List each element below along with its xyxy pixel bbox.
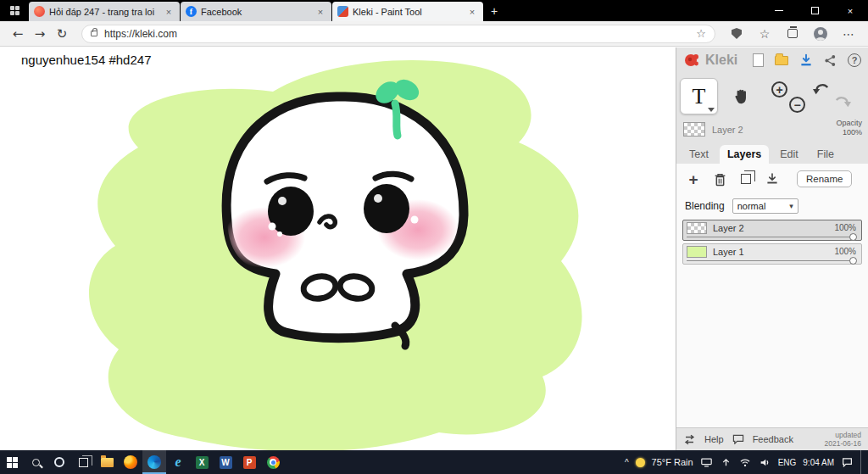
address-bar[interactable]: ☆ xyxy=(81,25,715,43)
hoidap247-favicon-icon xyxy=(34,6,45,17)
undo-button[interactable] xyxy=(812,80,831,97)
back-button[interactable]: ← xyxy=(7,24,29,44)
start-button[interactable] xyxy=(0,450,24,474)
browser-tab-kleki[interactable]: Kleki - Paint Tool × xyxy=(332,2,483,21)
close-window-button[interactable]: × xyxy=(832,0,868,21)
help-icon[interactable]: ? xyxy=(848,53,861,67)
security-shield-icon[interactable] xyxy=(729,26,744,42)
file-explorer-button[interactable] xyxy=(95,450,119,474)
browser-tab-hoidap247[interactable]: Hỏi đáp 247 - trang tra loi × xyxy=(29,2,180,21)
merge-down-icon xyxy=(765,172,779,187)
layer2-thumbnail xyxy=(687,222,707,234)
layer1-thumbnail xyxy=(687,246,707,258)
url-input[interactable] xyxy=(104,28,696,40)
firefox-button[interactable] xyxy=(119,450,142,474)
profile-avatar[interactable] xyxy=(813,26,828,42)
more-menu-icon[interactable]: ⋯ xyxy=(841,26,856,42)
word-button[interactable]: W xyxy=(214,450,237,474)
onedrive-tray-icon[interactable] xyxy=(720,456,732,469)
layer-opacity-slider[interactable] xyxy=(687,237,853,237)
paint-canvas[interactable]: nguyenhue154 #hd247 xyxy=(0,47,676,450)
slider-knob[interactable] xyxy=(849,257,857,265)
browser-tab-facebook[interactable]: f Facebook × xyxy=(181,2,331,21)
action-center-icon[interactable] xyxy=(841,456,854,469)
sidebar-footer: Help Feedback updated 2021-06-16 xyxy=(676,427,868,450)
open-file-icon[interactable] xyxy=(775,56,788,65)
tab-close-icon[interactable]: × xyxy=(163,7,175,17)
feedback-link[interactable]: Feedback xyxy=(753,434,793,444)
new-tab-button[interactable]: + xyxy=(483,0,505,21)
layer-row-layer2[interactable]: Layer 2 100% xyxy=(682,220,862,241)
share-icon[interactable] xyxy=(824,54,837,67)
edge-browser-window: Hỏi đáp 247 - trang tra loi × f Facebook… xyxy=(0,0,868,474)
firefox-icon xyxy=(124,455,137,469)
tab-close-icon[interactable]: × xyxy=(466,7,478,17)
rename-layer-button[interactable]: Rename xyxy=(797,170,852,187)
reload-button[interactable]: ↻ xyxy=(51,24,73,44)
weather-text[interactable]: 75°F Rain xyxy=(652,457,693,467)
volume-icon[interactable] xyxy=(759,456,771,469)
edge-button[interactable] xyxy=(142,450,166,474)
help-link[interactable]: Help xyxy=(704,434,724,444)
tab-text[interactable]: Text xyxy=(682,145,716,164)
chevron-down-icon: ▾ xyxy=(789,202,793,210)
word-icon: W xyxy=(220,456,232,469)
cortana-button[interactable] xyxy=(47,450,71,474)
site-security-icon[interactable] xyxy=(91,31,97,36)
plus-icon: + xyxy=(688,171,698,187)
tab-layers[interactable]: Layers xyxy=(720,145,769,164)
tab-actions-icon[interactable] xyxy=(0,0,29,21)
tab-edit[interactable]: Edit xyxy=(772,145,806,164)
tab-title: Hỏi đáp 247 - trang tra loi xyxy=(49,7,159,17)
favorites-icon[interactable]: ☆ xyxy=(757,26,772,42)
powerpoint-button[interactable]: P xyxy=(237,450,261,474)
save-download-icon[interactable] xyxy=(799,53,813,67)
drawing-artwork xyxy=(0,47,676,450)
layer-opacity-slider[interactable] xyxy=(687,260,853,261)
avatar-icon xyxy=(814,27,827,41)
swap-arrows-icon[interactable] xyxy=(683,434,696,445)
zoom-out-button[interactable]: − xyxy=(789,97,805,113)
excel-button[interactable]: X xyxy=(190,450,214,474)
username-watermark: nguyenhue154 #hd247 xyxy=(21,53,152,67)
task-view-button[interactable] xyxy=(71,450,95,474)
collections-icon[interactable] xyxy=(785,26,800,42)
clock[interactable]: 9:04 AM xyxy=(803,458,834,467)
network-wifi-icon[interactable] xyxy=(739,456,752,469)
add-layer-button[interactable]: + xyxy=(685,170,702,187)
windows-taskbar: e X W P ^ 75°F Rain ENG 9:04 AM xyxy=(0,450,868,474)
forward-button[interactable]: → xyxy=(29,24,51,44)
blending-value: normal xyxy=(737,201,766,211)
hand-tool-button[interactable] xyxy=(731,85,753,109)
layer-row-layer1[interactable]: Layer 1 100% xyxy=(682,243,862,265)
display-tray-icon[interactable] xyxy=(700,456,713,469)
minimize-button[interactable] xyxy=(761,0,797,21)
hidden-icons-caret[interactable]: ^ xyxy=(625,458,629,467)
opacity-readout: Opacity 100% xyxy=(836,119,862,138)
merge-layer-button[interactable] xyxy=(764,170,781,187)
show-desktop-button[interactable] xyxy=(860,450,865,474)
language-indicator[interactable]: ENG xyxy=(778,458,797,467)
internet-explorer-button[interactable]: e xyxy=(166,450,190,474)
delete-layer-button[interactable] xyxy=(711,170,728,187)
layer-name: Layer 1 xyxy=(713,247,828,257)
blending-select[interactable]: normal ▾ xyxy=(732,198,798,214)
duplicate-layer-button[interactable] xyxy=(737,170,754,187)
tool-dropdown-caret-icon xyxy=(708,108,715,112)
text-tool-button[interactable]: T xyxy=(680,78,718,114)
new-image-icon[interactable] xyxy=(753,53,764,67)
redo-icon xyxy=(833,92,852,109)
cortana-icon xyxy=(54,457,64,467)
shield-shape xyxy=(732,28,742,39)
slider-knob[interactable] xyxy=(849,233,857,241)
add-favorite-icon[interactable]: ☆ xyxy=(696,27,706,40)
tab-file[interactable]: File xyxy=(810,145,842,164)
feedback-bubble-icon[interactable] xyxy=(732,434,744,444)
tab-close-icon[interactable]: × xyxy=(314,7,326,17)
layer-list: Layer 2 100% Layer 1 100% xyxy=(682,220,862,265)
maximize-button[interactable] xyxy=(797,0,832,21)
zoom-in-button[interactable]: + xyxy=(771,81,787,98)
taskbar-search-button[interactable] xyxy=(24,450,47,474)
chrome-button[interactable] xyxy=(261,450,285,474)
redo-button[interactable] xyxy=(833,92,852,109)
